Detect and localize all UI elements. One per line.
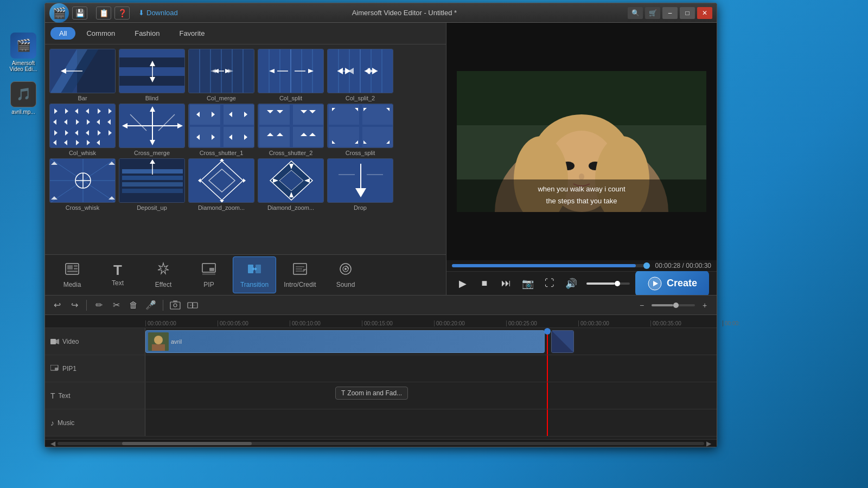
file-icon-label: avril.mp... (11, 109, 35, 115)
scroll-bar-track[interactable] (58, 442, 704, 445)
svg-text:the steps that you take: the steps that you take (546, 197, 617, 205)
redo-button[interactable]: ↪ (67, 298, 82, 313)
ruler-mark-3: 00:00:15:00 (362, 320, 434, 326)
detach-button[interactable] (185, 298, 200, 313)
transition-col-whisk-label: Col_whisk (69, 150, 96, 156)
transition-cross-shutter-1[interactable]: Cross_shutter_1 (188, 104, 254, 156)
create-button[interactable]: Create (635, 271, 709, 296)
stop-button[interactable]: ■ (476, 275, 493, 292)
transition-drop-thumb (327, 158, 393, 203)
step-forward-button[interactable]: ⏭ (497, 275, 515, 292)
transition-cross-split[interactable]: Cross_split (327, 104, 393, 156)
undo-button[interactable]: ↩ (49, 298, 65, 313)
transition-row-3: Cross_whisk (49, 158, 442, 211)
cut-button[interactable]: ✂ (108, 298, 124, 313)
track-music-content[interactable] (145, 409, 717, 436)
play-button[interactable]: ▶ (454, 275, 471, 292)
transition-blind[interactable]: Blind (119, 49, 185, 101)
transition-drop[interactable]: Drop (327, 158, 393, 211)
transition-cross-shutter-2[interactable]: Cross_shutter_2 (258, 104, 324, 156)
filter-tab-fashion[interactable]: Fashion (126, 27, 168, 40)
transition-deposit-up-label: Deposit_up (137, 204, 167, 211)
track-text-content[interactable]: T Zoom in and Fad... (145, 382, 717, 409)
transition-col-split-2[interactable]: Col_split_2 (327, 49, 393, 101)
app-logo: 🎬 (49, 3, 69, 23)
svg-rect-168 (67, 271, 78, 272)
desktop-icon-file[interactable]: 🎵 avril.mp... (4, 81, 42, 115)
svg-rect-104 (293, 127, 323, 147)
separator-1 (86, 300, 87, 311)
video-clip-main[interactable]: avril (145, 330, 545, 353)
help-button[interactable]: ❓ (114, 7, 130, 20)
tool-text[interactable]: T Text (96, 256, 139, 293)
snapshot-button[interactable] (168, 298, 183, 313)
progress-track[interactable] (452, 264, 650, 267)
search-window-button[interactable]: 🔍 (628, 7, 643, 19)
clip-thumb-img (148, 332, 169, 351)
fullscreen-button[interactable]: ⛶ (541, 275, 558, 292)
scroll-bar-thumb[interactable] (122, 442, 251, 445)
detach-icon (187, 300, 198, 311)
transition-deposit-up[interactable]: Deposit_up (119, 158, 185, 211)
tool-media[interactable]: Media (50, 256, 94, 293)
save-button[interactable]: 💾 (72, 7, 87, 20)
track-pip-content[interactable] (145, 355, 717, 382)
delete-button[interactable]: 🗑 (126, 298, 141, 313)
transition-blind-label: Blind (145, 95, 158, 101)
scroll-right-button[interactable]: ▶ (706, 440, 711, 447)
transition-col-merge[interactable]: Col_merge (188, 49, 254, 101)
zoom-thumb[interactable] (673, 303, 679, 308)
tool-intro-credit[interactable]: Intro/Credit (278, 256, 322, 293)
zoom-slider[interactable] (652, 304, 695, 306)
svg-point-209 (154, 336, 163, 344)
clip-thumbnail (148, 332, 169, 351)
scroll-left-button[interactable]: ◀ (50, 440, 55, 447)
tool-effect[interactable]: Effect (142, 256, 185, 293)
download-button[interactable]: ⬇ Download (135, 8, 181, 18)
record-audio-button[interactable]: 🎤 (143, 298, 158, 313)
progress-thumb[interactable] (643, 262, 650, 269)
window-title: Aimersoft Video Editor - Untitled * (181, 9, 628, 17)
track-video: Video avril (45, 328, 717, 355)
filter-tab-favorite[interactable]: Favorite (170, 27, 213, 40)
transition-cross-merge[interactable]: Cross_merge (119, 104, 185, 156)
tool-pip[interactable]: PIP (187, 256, 231, 293)
minimize-button[interactable]: – (662, 7, 678, 19)
zoom-in-button[interactable]: + (697, 298, 712, 313)
transition-cross-split-label: Cross_split (346, 150, 375, 156)
tool-sound[interactable]: Sound (324, 256, 367, 293)
store-button[interactable]: 🛒 (645, 7, 660, 19)
close-button[interactable]: ✕ (697, 7, 712, 19)
volume-thumb[interactable] (615, 281, 620, 286)
track-video-content[interactable]: avril (145, 328, 717, 355)
transition-row-2: Col_whisk (49, 104, 442, 156)
video-clip-end[interactable] (551, 330, 574, 353)
tool-transition[interactable]: Transition (233, 256, 276, 293)
edit-button[interactable]: ✏ (91, 298, 106, 313)
svg-rect-9 (119, 67, 184, 76)
save-copy-button[interactable]: 📋 (96, 7, 111, 20)
file-icon: 🎵 (10, 81, 36, 107)
desktop-icon-app[interactable]: 🎬 AimersoftVideo Edi... (4, 33, 42, 72)
transition-col-split[interactable]: Col_split (258, 49, 324, 101)
filter-tab-all[interactable]: All (50, 27, 75, 40)
timeline-toolbar: ↩ ↪ ✏ ✂ 🗑 🎤 (45, 296, 717, 315)
transition-cross-whisk[interactable]: Cross_whisk (49, 158, 116, 211)
transition-bar[interactable]: Bar (49, 49, 116, 101)
transition-diamond-zoom-1-label: Diamond_zoom... (198, 204, 245, 211)
svg-rect-215 (55, 368, 58, 370)
volume-button[interactable]: 🔊 (563, 275, 580, 292)
playhead-pip (547, 355, 548, 382)
transition-diamond-zoom-1[interactable]: Diamond_zoom... (188, 158, 254, 211)
svg-rect-210 (152, 344, 165, 351)
progress-fill (452, 264, 636, 267)
transition-diamond-zoom-2[interactable]: Diamond_zoom... (258, 158, 324, 211)
filter-tab-common[interactable]: Common (78, 27, 124, 40)
playhead[interactable] (547, 328, 548, 355)
volume-track[interactable] (586, 282, 630, 285)
timeline-section: ↩ ↪ ✏ ✂ 🗑 🎤 (45, 295, 717, 447)
screenshot-button[interactable]: 📷 (519, 275, 537, 292)
zoom-out-button[interactable]: − (634, 298, 649, 313)
transition-col-whisk[interactable]: Col_whisk (49, 104, 116, 156)
maximize-button[interactable]: □ (680, 7, 695, 19)
